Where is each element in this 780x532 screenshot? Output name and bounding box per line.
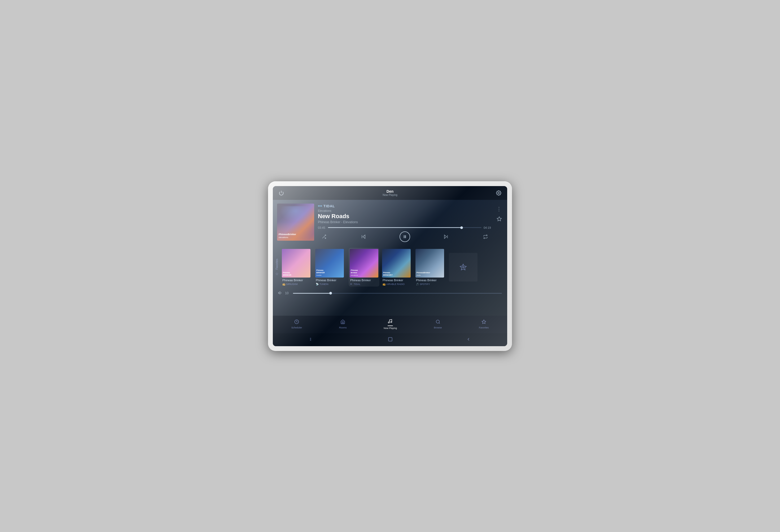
more-options-button[interactable]: ⋮ [495,205,503,213]
favorites-nav-icon [482,320,486,326]
album-thumb-text-1: PhineasBRINKER [283,272,309,276]
svg-marker-8 [444,235,446,238]
main-content: PhineasBrinker elevations [273,200,507,316]
service-icon-4: 📻 [383,283,386,286]
album-name-4: Phineas Brinker [382,279,413,282]
scheduler-icon [294,320,299,326]
nav-label-scheduler: Scheduler [291,326,302,329]
now-playing-icon [388,319,393,326]
albums-container: PhineasBRINKER Phineas Brinker 📻 SIRIUSX… [281,246,507,289]
nav-item-browse[interactable]: Browse [430,318,446,330]
album-card-2[interactable]: PhineasBRINKERtraveler Phineas Brinker 📡… [315,249,346,286]
album-name-2: Phineas Brinker [315,279,346,282]
progress-fill [328,227,461,228]
time-total: 04:19 [484,226,492,229]
repeat-button[interactable] [482,233,489,240]
album-service-3: TIDAL [350,283,378,286]
album-thumb-text-2: PhineasBRINKERtraveler [316,269,343,277]
album-card-3[interactable]: PhineasBrinkerelevations Phineas Brinker… [349,248,379,287]
time-current: 03:45 [318,226,326,229]
album-name-5: Phineas Brinker [416,279,446,282]
power-button[interactable] [278,189,285,197]
room-title: Den [383,189,397,194]
service-icon-1: 📻 [282,283,285,286]
service-label-5: SPOTIFY [420,283,430,286]
album-thumb-1: PhineasBRINKER [282,249,310,278]
service-icon-2: 📡 [316,283,319,286]
svg-rect-7 [405,235,406,238]
android-menu-button[interactable] [302,336,322,343]
album-thumb-2: PhineasBRINKERtraveler [315,249,344,278]
album-service-2: 📡 TUNEIN [315,283,346,286]
svg-line-19 [439,323,440,323]
android-nav [273,333,507,346]
service-label-1: SIRIUSXM [286,283,298,286]
favorite-track-button[interactable] [495,215,503,224]
volume-bar[interactable] [293,293,502,294]
service-label-3: TIDAL [354,283,360,286]
bottom-nav: Scheduler Rooms [273,316,507,333]
android-back-button[interactable] [459,336,478,343]
lower-section: ☆ Favorites PhineasBRINKER Phineas Brink… [273,246,507,289]
album-card-1[interactable]: PhineasBRINKER Phineas Brinker 📻 SIRIUSX… [282,249,312,286]
album-art-label: PhineasBrinker elevations [279,233,296,239]
next-button[interactable] [442,233,450,240]
top-bar: Den Now Playing [273,186,507,200]
nav-label-favorites: Favorites [479,326,489,329]
nav-item-now-playing[interactable]: Now Playing [379,318,401,331]
screen: Den Now Playing [273,186,507,346]
svg-rect-24 [388,337,392,341]
album-card-4[interactable]: PhineasBRINKER? Phineas Brinker 📻 AIRABL… [382,249,413,286]
progress-bar[interactable] [328,227,482,228]
track-info: TIDAL Elevations New Roads Phineas Brink… [318,204,492,243]
nav-item-rooms[interactable]: Rooms [335,318,351,330]
favorites-sidebar-icon: ☆ [275,272,279,276]
album-service-1: 📻 SIRIUSXM [282,283,312,286]
album-card-5[interactable]: PhineasBrinkerstudio Phineas Brinker 🎵 S… [416,249,446,286]
nav-item-favorites[interactable]: Favorites [475,318,493,330]
svg-rect-6 [404,235,404,238]
volume-value: 10 [285,291,290,295]
album-album-name: elevations [279,236,296,239]
album-name-1: Phineas Brinker [282,279,312,282]
svg-point-18 [436,320,439,323]
nav-item-scheduler[interactable]: Scheduler [287,318,306,330]
album-thumb-5: PhineasBrinkerstudio [416,249,444,278]
volume-icon [278,291,282,296]
progress-knob[interactable] [460,226,463,229]
track-title: New Roads [318,213,492,220]
top-bar-subtitle: Now Playing [383,194,397,196]
album-art: PhineasBrinker elevations [277,204,314,241]
track-actions: ⋮ [495,204,503,243]
shuffle-button[interactable] [321,233,328,240]
album-thumb-text-5: PhineasBrinkerstudio [417,272,443,277]
prev-button[interactable] [360,233,367,240]
album-thumb-4: PhineasBRINKER? [382,249,411,278]
album-thumb-3: PhineasBrinkerelevations [350,249,378,278]
service-logo: TIDAL [318,204,492,208]
settings-button[interactable] [495,189,502,197]
svg-marker-20 [482,320,486,323]
nav-label-now-playing: Now Playing [384,327,397,330]
svg-point-16 [388,322,389,323]
volume-knob[interactable] [329,292,332,294]
service-icon-5: 🎵 [416,283,419,286]
svg-point-17 [391,321,392,323]
favorites-sidebar[interactable]: ☆ Favorites [273,246,281,289]
now-playing-section: PhineasBrinker elevations [273,200,507,246]
android-home-button[interactable] [380,336,401,343]
album-thumb-text-4: PhineasBRINKER? [383,272,409,276]
device-frame: Den Now Playing [268,181,512,351]
browse-icon [436,320,440,326]
service-name: TIDAL [324,204,335,208]
album-artist-name: PhineasBrinker [279,233,296,236]
add-favorite-button[interactable] [449,253,478,282]
nav-label-rooms: Rooms [339,326,347,329]
svg-marker-4 [363,235,365,238]
volume-fill [293,293,331,294]
album-service-5: 🎵 SPOTIFY [416,283,446,286]
volume-section: 10 [273,289,507,298]
service-label-2: TUNEIN [320,283,329,286]
play-pause-button[interactable] [399,231,410,242]
top-bar-center: Den Now Playing [383,189,397,196]
